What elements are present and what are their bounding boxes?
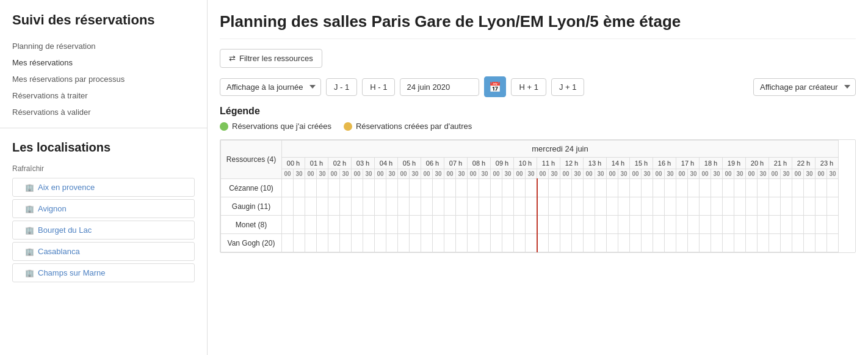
time-cell[interactable] bbox=[305, 179, 317, 197]
time-cell[interactable] bbox=[421, 234, 433, 252]
time-cell[interactable] bbox=[607, 216, 618, 234]
time-cell[interactable] bbox=[630, 234, 642, 252]
time-cell[interactable] bbox=[781, 179, 792, 197]
location-item[interactable]: 🏢Champs sur Marne bbox=[12, 263, 195, 282]
location-item[interactable]: 🏢Avignon bbox=[12, 199, 195, 218]
time-cell[interactable] bbox=[410, 179, 421, 197]
time-cell[interactable] bbox=[526, 179, 537, 197]
time-cell[interactable] bbox=[305, 234, 317, 252]
time-cell[interactable] bbox=[595, 197, 607, 216]
time-cell[interactable] bbox=[746, 179, 758, 197]
time-cell[interactable] bbox=[456, 234, 468, 252]
time-cell[interactable] bbox=[723, 216, 734, 234]
time-cell[interactable] bbox=[700, 197, 711, 216]
time-cell[interactable] bbox=[769, 234, 781, 252]
time-cell[interactable] bbox=[317, 216, 328, 234]
time-cell[interactable] bbox=[618, 179, 630, 197]
time-cell[interactable] bbox=[688, 234, 700, 252]
time-cell[interactable] bbox=[676, 234, 688, 252]
time-cell[interactable] bbox=[491, 197, 502, 216]
time-cell[interactable] bbox=[642, 197, 653, 216]
time-cell[interactable] bbox=[781, 197, 792, 216]
time-cell[interactable] bbox=[734, 216, 746, 234]
time-cell[interactable] bbox=[282, 179, 294, 197]
time-cell[interactable] bbox=[328, 197, 340, 216]
time-cell[interactable] bbox=[700, 234, 711, 252]
location-item[interactable]: 🏢Aix en provence bbox=[12, 178, 195, 197]
time-cell[interactable] bbox=[282, 234, 294, 252]
time-cell[interactable] bbox=[804, 234, 816, 252]
time-cell[interactable] bbox=[758, 197, 769, 216]
time-cell[interactable] bbox=[827, 197, 839, 216]
time-cell[interactable] bbox=[665, 179, 676, 197]
time-cell[interactable] bbox=[352, 234, 363, 252]
time-cell[interactable] bbox=[816, 197, 827, 216]
time-cell[interactable] bbox=[572, 216, 584, 234]
time-cell[interactable] bbox=[572, 234, 584, 252]
time-cell[interactable] bbox=[769, 216, 781, 234]
time-cell[interactable] bbox=[502, 179, 514, 197]
time-cell[interactable] bbox=[386, 179, 398, 197]
time-cell[interactable] bbox=[398, 197, 410, 216]
time-cell[interactable] bbox=[769, 179, 781, 197]
time-cell[interactable] bbox=[816, 234, 827, 252]
time-cell[interactable] bbox=[781, 234, 792, 252]
time-cell[interactable] bbox=[700, 179, 711, 197]
time-cell[interactable] bbox=[595, 179, 607, 197]
time-cell[interactable] bbox=[769, 197, 781, 216]
time-cell[interactable] bbox=[676, 179, 688, 197]
time-cell[interactable] bbox=[514, 216, 526, 234]
time-cell[interactable] bbox=[584, 216, 595, 234]
time-cell[interactable] bbox=[305, 216, 317, 234]
sidebar-nav-item[interactable]: Réservations à valider bbox=[0, 104, 207, 120]
time-cell[interactable] bbox=[804, 216, 816, 234]
time-cell[interactable] bbox=[410, 234, 421, 252]
time-cell[interactable] bbox=[328, 234, 340, 252]
sidebar-nav-item[interactable]: Réservations à traiter bbox=[0, 87, 207, 104]
time-cell[interactable] bbox=[781, 216, 792, 234]
time-cell[interactable] bbox=[653, 179, 665, 197]
next-day-button[interactable]: J + 1 bbox=[551, 78, 585, 96]
time-cell[interactable] bbox=[526, 234, 537, 252]
time-cell[interactable] bbox=[468, 234, 479, 252]
time-cell[interactable] bbox=[491, 179, 502, 197]
time-cell[interactable] bbox=[711, 216, 723, 234]
time-cell[interactable] bbox=[398, 234, 410, 252]
time-cell[interactable] bbox=[317, 234, 328, 252]
time-cell[interactable] bbox=[456, 179, 468, 197]
time-cell[interactable] bbox=[398, 179, 410, 197]
time-cell[interactable] bbox=[734, 179, 746, 197]
time-cell[interactable] bbox=[630, 216, 642, 234]
time-cell[interactable] bbox=[792, 179, 804, 197]
time-cell[interactable] bbox=[758, 234, 769, 252]
time-cell[interactable] bbox=[688, 179, 700, 197]
time-cell[interactable] bbox=[375, 234, 386, 252]
time-cell[interactable] bbox=[584, 179, 595, 197]
time-cell[interactable] bbox=[827, 179, 839, 197]
time-cell[interactable] bbox=[688, 197, 700, 216]
time-cell[interactable] bbox=[375, 179, 386, 197]
time-cell[interactable] bbox=[746, 234, 758, 252]
time-cell[interactable] bbox=[386, 216, 398, 234]
time-cell[interactable] bbox=[479, 234, 491, 252]
time-cell[interactable] bbox=[676, 216, 688, 234]
time-cell[interactable] bbox=[816, 179, 827, 197]
time-cell[interactable] bbox=[433, 179, 444, 197]
time-cell[interactable] bbox=[479, 197, 491, 216]
time-cell[interactable] bbox=[468, 216, 479, 234]
time-cell[interactable] bbox=[421, 216, 433, 234]
sidebar-nav-item[interactable]: Mes réservations par processus bbox=[0, 71, 207, 87]
time-cell[interactable] bbox=[282, 197, 294, 216]
time-cell[interactable] bbox=[537, 197, 549, 216]
time-cell[interactable] bbox=[758, 179, 769, 197]
time-cell[interactable] bbox=[827, 216, 839, 234]
time-cell[interactable] bbox=[386, 234, 398, 252]
next-hour-button[interactable]: H + 1 bbox=[511, 78, 546, 96]
time-cell[interactable] bbox=[560, 234, 572, 252]
time-cell[interactable] bbox=[665, 234, 676, 252]
time-cell[interactable] bbox=[352, 197, 363, 216]
time-cell[interactable] bbox=[410, 197, 421, 216]
time-cell[interactable] bbox=[642, 179, 653, 197]
sidebar-nav-item[interactable]: Planning de réservation bbox=[0, 38, 207, 54]
time-cell[interactable] bbox=[758, 216, 769, 234]
